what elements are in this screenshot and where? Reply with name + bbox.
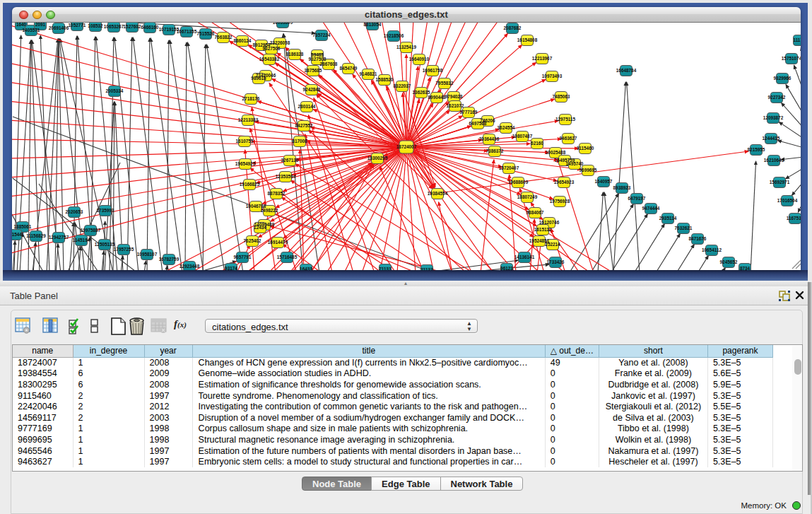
svg-text:9699695: 9699695 <box>579 168 597 173</box>
svg-text:21133: 21133 <box>420 267 433 270</box>
svg-text:7625402: 7625402 <box>244 238 261 243</box>
svg-text:1362635: 1362635 <box>413 90 430 95</box>
svg-text:93174: 93174 <box>225 266 237 270</box>
svg-text:9657791: 9657791 <box>234 255 252 259</box>
svg-text:8860124: 8860124 <box>234 38 252 43</box>
svg-text:16914479: 16914479 <box>268 240 288 245</box>
svg-text:16033809: 16033809 <box>273 23 293 25</box>
svg-text:1527602: 1527602 <box>124 24 141 29</box>
svg-text:1735993: 1735993 <box>97 208 114 213</box>
svg-text:1145194: 1145194 <box>73 238 90 243</box>
svg-text:9242848: 9242848 <box>303 87 321 92</box>
svg-text:817008: 817008 <box>292 139 307 144</box>
svg-text:16154808: 16154808 <box>517 37 538 42</box>
svg-text:62160: 62160 <box>531 141 543 146</box>
svg-text:19654923: 19654923 <box>554 180 575 185</box>
svg-text:11156829: 11156829 <box>26 233 46 238</box>
svg-text:9146821: 9146821 <box>360 71 377 76</box>
svg-text:10653267: 10653267 <box>104 24 124 29</box>
svg-text:18807249: 18807249 <box>517 194 538 199</box>
svg-text:8322037: 8322037 <box>394 83 411 88</box>
svg-text:1640957: 1640957 <box>595 179 613 184</box>
svg-text:7515526: 7515526 <box>197 31 215 36</box>
svg-text:9884067: 9884067 <box>526 210 544 215</box>
svg-text:15716485: 15716485 <box>277 255 298 259</box>
svg-text:17016504: 17016504 <box>777 198 798 203</box>
svg-text:8813054: 8813054 <box>364 23 382 27</box>
svg-text:15751074: 15751074 <box>782 56 801 61</box>
svg-text:2020653: 2020653 <box>66 209 83 214</box>
svg-text:12213383: 12213383 <box>238 117 259 122</box>
svg-text:2867608: 2867608 <box>320 62 338 66</box>
svg-text:2718176: 2718176 <box>242 96 260 101</box>
svg-text:1733426: 1733426 <box>547 259 565 264</box>
svg-text:1405571: 1405571 <box>23 28 40 33</box>
svg-text:1621072: 1621072 <box>447 103 464 108</box>
svg-text:18724007: 18724007 <box>396 144 417 149</box>
svg-text:12942757: 12942757 <box>49 235 69 240</box>
svg-text:8454749: 8454749 <box>340 66 358 71</box>
svg-text:18300295: 18300295 <box>367 156 388 160</box>
svg-text:8990448: 8990448 <box>428 95 446 100</box>
svg-text:16648784: 16648784 <box>616 68 637 73</box>
svg-text:10973493: 10973493 <box>542 74 563 78</box>
svg-text:19756928: 19756928 <box>550 199 570 204</box>
svg-text:96123: 96123 <box>500 266 513 270</box>
svg-text:9474444: 9474444 <box>642 206 660 211</box>
svg-text:8471676: 8471676 <box>689 236 707 241</box>
svg-text:1588520: 1588520 <box>376 77 394 82</box>
svg-text:7485063: 7485063 <box>553 94 570 99</box>
svg-text:1610755: 1610755 <box>236 139 254 144</box>
svg-text:9115460: 9115460 <box>577 146 594 151</box>
svg-text:2005334: 2005334 <box>106 88 124 93</box>
svg-text:8215955: 8215955 <box>748 147 765 152</box>
svg-text:7955812: 7955812 <box>436 81 454 86</box>
svg-text:9777169: 9777169 <box>460 110 478 115</box>
svg-text:16433: 16433 <box>300 267 312 270</box>
svg-text:9327506: 9327506 <box>263 46 281 51</box>
svg-text:252214: 252214 <box>545 242 560 247</box>
svg-text:10807487: 10807487 <box>512 134 533 139</box>
svg-text:7663822: 7663822 <box>215 35 233 40</box>
svg-text:16671355: 16671355 <box>177 29 197 34</box>
svg-text:11173: 11173 <box>793 37 801 42</box>
svg-text:6479197: 6479197 <box>628 196 646 201</box>
svg-text:1640: 1640 <box>16 23 27 27</box>
svg-text:108532: 108532 <box>88 23 103 28</box>
svg-text:7632621: 7632621 <box>675 226 693 230</box>
svg-text:3624554: 3624554 <box>498 125 515 130</box>
svg-text:8938923: 8938923 <box>613 185 631 190</box>
svg-text:16210643: 16210643 <box>764 158 784 163</box>
svg-text:1495740: 1495740 <box>566 161 584 166</box>
svg-text:9329966: 9329966 <box>774 76 792 81</box>
svg-text:12923448: 12923448 <box>180 264 200 269</box>
svg-text:15692971: 15692971 <box>770 180 790 185</box>
svg-text:20691406: 20691406 <box>49 25 69 30</box>
svg-text:7357224: 7357224 <box>313 33 331 37</box>
svg-text:3267130: 3267130 <box>281 158 299 163</box>
svg-text:3875685: 3875685 <box>305 68 322 73</box>
svg-text:12505135: 12505135 <box>95 242 115 247</box>
svg-text:19166825: 19166825 <box>240 182 260 187</box>
svg-text:989618: 989618 <box>251 76 266 81</box>
svg-text:10958107: 10958107 <box>137 252 158 257</box>
svg-text:1052771: 1052771 <box>69 23 86 28</box>
svg-text:9794028: 9794028 <box>445 94 463 99</box>
svg-text:8427552: 8427552 <box>295 123 313 128</box>
svg-text:1167534: 1167534 <box>787 216 801 221</box>
svg-text:12434: 12434 <box>254 225 266 230</box>
svg-text:12353594: 12353594 <box>276 174 296 179</box>
svg-text:71131: 71131 <box>379 267 392 270</box>
svg-text:8186328: 8186328 <box>286 52 304 57</box>
svg-text:17957255: 17957255 <box>114 247 134 252</box>
svg-text:12975115: 12975115 <box>555 117 576 122</box>
svg-text:10654112: 10654112 <box>702 247 722 252</box>
svg-text:6466160: 6466160 <box>141 25 159 30</box>
svg-text:15720407: 15720407 <box>499 165 519 170</box>
svg-text:8734: 8734 <box>740 266 751 270</box>
svg-text:16120746: 16120746 <box>539 220 560 225</box>
svg-text:9245652: 9245652 <box>720 259 738 264</box>
svg-text:1498222: 1498222 <box>261 208 278 213</box>
svg-text:3915441: 3915441 <box>12 232 25 237</box>
svg-text:8878352: 8878352 <box>268 191 286 196</box>
